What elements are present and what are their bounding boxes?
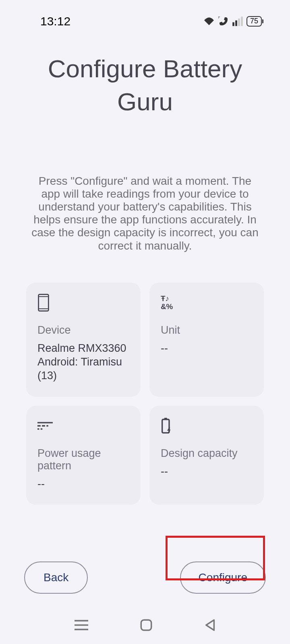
svg-rect-0 (232, 22, 234, 26)
card-capacity: Design capacity -- (149, 406, 264, 505)
svg-rect-12 (162, 419, 169, 433)
back-button[interactable]: Back (24, 561, 88, 594)
status-icons: 75 (203, 16, 262, 27)
svg-text:Ŧ♪: Ŧ♪ (161, 295, 169, 303)
call-icon (218, 17, 229, 26)
page-title: Configure Battery Guru (0, 32, 290, 118)
card-unit: Ŧ♪&% Unit -- (149, 283, 264, 397)
list-icon (37, 417, 129, 435)
card-unit-label: Unit (161, 324, 253, 336)
svg-rect-1 (235, 20, 237, 26)
cell-signal-icon (232, 17, 243, 26)
symbols-icon: Ŧ♪&% (161, 294, 253, 312)
card-unit-value: -- (161, 341, 253, 355)
card-power-label: Power usage pattern (37, 447, 129, 472)
configure-button[interactable]: Configure (180, 561, 266, 594)
card-capacity-value: -- (161, 464, 253, 478)
status-bar: 13:12 75 (0, 0, 290, 32)
svg-rect-2 (238, 19, 240, 26)
back-nav-icon[interactable] (204, 619, 215, 631)
phone-icon (37, 294, 129, 312)
card-device-value: Realme RMX3360 Android: Tiramisu (13) (37, 341, 129, 383)
svg-rect-3 (241, 17, 243, 26)
recent-apps-icon[interactable] (75, 619, 88, 631)
page-description: Press "Configure" and wait a moment. The… (0, 118, 290, 252)
svg-rect-13 (164, 418, 167, 419)
svg-text:&%: &% (161, 303, 173, 311)
cards-grid: Device Realme RMX3360 Android: Tiramisu … (0, 252, 290, 505)
battery-charge-icon (161, 417, 253, 435)
card-power-value: -- (37, 477, 129, 491)
battery-icon: 75 (246, 16, 262, 27)
footer-buttons: Back Configure (0, 561, 290, 594)
wifi-icon (203, 17, 215, 26)
status-time: 13:12 (40, 14, 70, 28)
card-device: Device Realme RMX3360 Android: Tiramisu … (26, 283, 141, 397)
card-device-label: Device (37, 324, 129, 336)
navigation-bar (0, 606, 290, 644)
card-power: Power usage pattern -- (26, 406, 141, 505)
battery-level: 75 (250, 17, 258, 25)
svg-rect-17 (141, 620, 151, 630)
card-capacity-label: Design capacity (161, 447, 253, 460)
home-icon[interactable] (140, 619, 152, 631)
